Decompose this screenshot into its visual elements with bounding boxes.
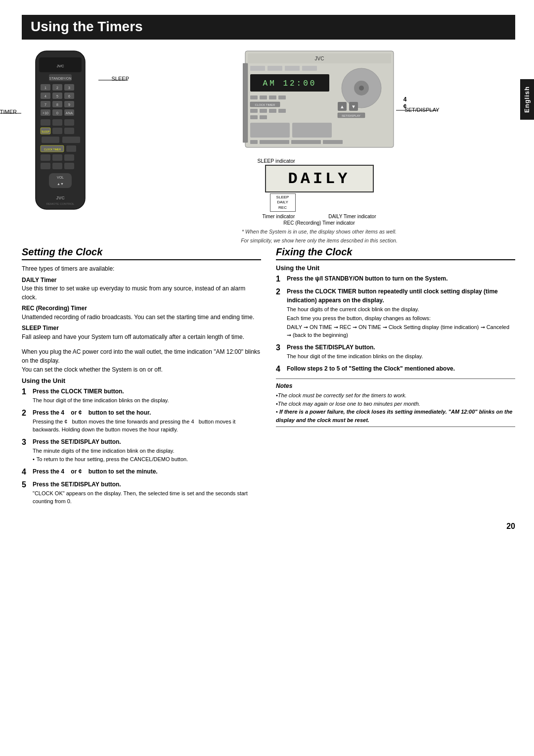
setting-step-1: 1 Press the CLOCK TIMER button. The hour… <box>22 387 261 405</box>
svg-rect-79 <box>260 109 267 113</box>
main-panel-area: JVC AM 12:00 <box>243 48 396 154</box>
svg-rect-84 <box>243 63 248 142</box>
clock-timer-callout-line <box>0 113 22 114</box>
svg-rect-45 <box>64 154 74 161</box>
svg-text:VOL: VOL <box>57 176 64 179</box>
svg-text:ANA: ANA <box>66 111 73 115</box>
setting-step-5: 5 Press the SET/DISPLAY button. "CLOCK O… <box>22 480 261 506</box>
setting-clock-intro: When you plug the AC power cord into the… <box>22 347 261 374</box>
sleep-rec-box: SLEEP DAILY REC <box>270 193 296 212</box>
display-screen-area: DAILY SLEEP DAILY REC <box>265 165 374 212</box>
svg-rect-57 <box>250 66 265 71</box>
svg-rect-48 <box>64 163 74 169</box>
timer-types-section: Three types of timers are available: DAI… <box>22 264 261 341</box>
svg-text:SET/DISPLAY: SET/DISPLAY <box>341 114 360 117</box>
svg-text:4: 4 <box>44 94 46 98</box>
svg-rect-80 <box>269 109 276 113</box>
daily-timer-indicator-label: DAILY Timer indicator <box>328 214 376 219</box>
step3-bullet: To return to the hour setting, press the… <box>33 456 261 464</box>
svg-rect-31 <box>41 119 50 126</box>
note-2: •The clock may again or lose one to two … <box>276 400 515 408</box>
two-column-content: Setting the Clock Three types of timers … <box>22 246 515 509</box>
indicator-labels: Timer indicator DAILY Timer indicator <box>263 214 376 219</box>
svg-rect-33 <box>64 119 74 126</box>
step4-bold: Press the 4 or ¢ button to set the minut… <box>33 468 158 475</box>
svg-rect-36 <box>52 128 62 134</box>
fixing-step-4: 4 Follow steps 2 to 5 of "Setting the Cl… <box>276 364 515 374</box>
setting-clock-using-unit: Using the Unit <box>22 377 261 384</box>
svg-text:▲▼: ▲▼ <box>57 182 64 186</box>
svg-rect-43 <box>41 154 50 161</box>
step3-sub: The minute digits of the time indication… <box>33 447 261 455</box>
diagram-area: SLEEP CLOCK TIMER JVC STANDBY/ON <box>22 48 515 243</box>
step3-bold: Press the SET/DISPLAY button. <box>33 438 121 445</box>
svg-rect-58 <box>267 66 282 71</box>
main-panel-svg: JVC AM 12:00 <box>243 48 396 152</box>
svg-rect-86 <box>292 123 332 138</box>
fixing-step2-sub3: DAILY ➞ ON TIME ➞ REC ➞ ON TIME ➞ Clock … <box>287 324 515 339</box>
step5-sub: "CLOCK OK" appears on the display. Then,… <box>33 490 261 506</box>
svg-text:▲: ▲ <box>340 104 345 109</box>
svg-text:CLOCK TIMER: CLOCK TIMER <box>255 103 275 106</box>
step5-bold: Press the SET/DISPLAY button. <box>33 481 121 488</box>
setting-step-4: 4 Press the 4 or ¢ button to set the min… <box>22 467 261 476</box>
svg-rect-69 <box>278 95 286 99</box>
fixing-step-3: 3 Press the SET/DISPLAY button. The hour… <box>276 343 515 361</box>
diagram-note-1: * When the System is in use, the display… <box>242 229 397 235</box>
fixing-step-1: 1 Press the ψ/I STANDBY/ON button to tur… <box>276 274 515 284</box>
svg-rect-68 <box>269 95 276 99</box>
svg-text:▼: ▼ <box>351 104 356 109</box>
daily-timer-name: DAILY Timer <box>22 276 261 285</box>
up-button-label: 4 <box>403 96 407 103</box>
fixing-step-2: 2 Press the CLOCK TIMER button repeatedl… <box>276 287 515 339</box>
svg-text:JVC: JVC <box>56 64 64 68</box>
svg-rect-83 <box>260 115 267 119</box>
svg-text:2: 2 <box>56 86 58 90</box>
svg-rect-44 <box>52 154 62 161</box>
rec-indicator-label: REC (Recording) Timer indicator <box>263 220 376 226</box>
notes-label: Notes <box>276 381 515 390</box>
fixing-step2-sub1: The hour digits of the current clock bli… <box>287 306 515 314</box>
svg-text:9: 9 <box>68 103 70 106</box>
language-tab: English <box>520 79 534 120</box>
svg-rect-60 <box>302 66 317 71</box>
svg-rect-67 <box>260 95 267 99</box>
svg-rect-66 <box>250 95 258 99</box>
svg-text:3: 3 <box>68 86 70 90</box>
svg-rect-89 <box>291 140 321 144</box>
svg-rect-82 <box>250 115 258 119</box>
sleep-timer-name: SLEEP Timer <box>22 324 261 333</box>
fixing-step2-bold: Press the CLOCK TIMER button repeatedly … <box>287 288 498 304</box>
svg-point-65 <box>359 86 364 91</box>
svg-rect-85 <box>250 123 290 138</box>
rec-timer-desc: Unattended recording of radio broadcasts… <box>22 313 261 322</box>
step2-sub: Pressing the ¢ button moves the time for… <box>33 418 261 434</box>
fixing-step1-bold: Press the ψ/I STANDBY/ON button to turn … <box>287 275 448 282</box>
svg-text:STANDBY/ON: STANDBY/ON <box>49 77 72 80</box>
svg-text:7: 7 <box>44 103 46 106</box>
rec-timer-name: REC (Recording) Timer <box>22 304 261 313</box>
svg-rect-59 <box>285 66 300 71</box>
note-1: •The clock must be correctly set for the… <box>276 391 515 400</box>
setting-step-2: 2 Press the 4 or ¢ button to set the hou… <box>22 408 261 434</box>
svg-text:8: 8 <box>56 103 58 106</box>
step1-sub: The hour digit of the time indication bl… <box>33 397 261 405</box>
notes-box: Notes •The clock must be correctly set f… <box>276 378 515 427</box>
fixing-step3-bold: Press the SET/DISPLAY button. <box>287 344 375 351</box>
fixing-clock-title: Fixing the Clock <box>276 246 515 260</box>
col-left: Setting the Clock Three types of timers … <box>22 246 261 509</box>
page-title: Using the Timers <box>22 15 515 40</box>
timer-indicator-label: Timer indicator <box>263 214 295 219</box>
svg-rect-46 <box>41 163 50 169</box>
svg-rect-37 <box>64 128 74 134</box>
col-right: Fixing the Clock Using the Unit 1 Press … <box>276 246 515 509</box>
svg-rect-90 <box>323 140 343 144</box>
svg-text:5: 5 <box>56 94 58 98</box>
svg-rect-42 <box>66 145 76 152</box>
fixing-step2-sub2: Each time you press the button, display … <box>287 315 515 323</box>
setting-step-3: 3 Press the SET/DISPLAY button. The minu… <box>22 437 261 464</box>
set-display-line <box>396 110 440 111</box>
display-screen: DAILY <box>265 165 374 192</box>
setting-clock-title: Setting the Clock <box>22 246 261 260</box>
svg-text:1: 1 <box>44 86 46 90</box>
